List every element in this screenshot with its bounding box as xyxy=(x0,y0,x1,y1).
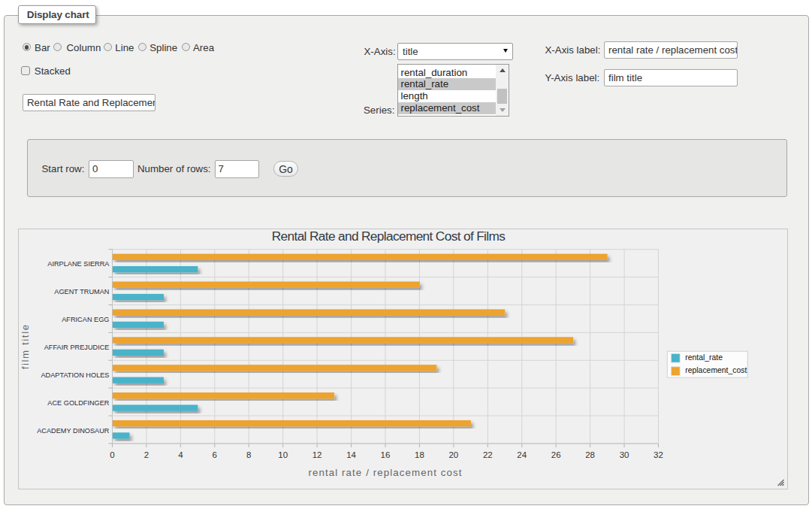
svg-text:24: 24 xyxy=(517,450,527,459)
svg-text:28: 28 xyxy=(585,450,595,459)
svg-text:8: 8 xyxy=(246,450,251,459)
svg-text:replacement_cost: replacement_cost xyxy=(685,366,747,374)
svg-text:rental_rate: rental_rate xyxy=(685,353,723,362)
svg-text:ACADEMY DINOSAUR: ACADEMY DINOSAUR xyxy=(37,427,110,435)
svg-text:6: 6 xyxy=(213,450,217,459)
svg-text:Rental Rate and Replacement Co: Rental Rate and Replacement Cost of Film… xyxy=(272,229,506,244)
svg-text:16: 16 xyxy=(381,450,391,459)
svg-text:20: 20 xyxy=(448,450,458,459)
svg-text:18: 18 xyxy=(415,450,424,459)
svg-text:0: 0 xyxy=(110,450,114,459)
svg-text:26: 26 xyxy=(551,450,561,459)
svg-text:ADAPTATION HOLES: ADAPTATION HOLES xyxy=(41,371,109,379)
svg-text:22: 22 xyxy=(483,450,493,459)
svg-text:film title: film title xyxy=(20,323,31,369)
svg-text:30: 30 xyxy=(620,450,629,459)
svg-text:AGENT TRUMAN: AGENT TRUMAN xyxy=(54,288,109,295)
svg-text:12: 12 xyxy=(312,450,322,459)
svg-text:4: 4 xyxy=(178,450,183,459)
svg-text:ACE GOLDFINGER: ACE GOLDFINGER xyxy=(47,399,110,407)
svg-text:32: 32 xyxy=(654,450,663,459)
svg-text:AIRPLANE SIERRA: AIRPLANE SIERRA xyxy=(47,260,110,268)
svg-text:rental rate / replacement cost: rental rate / replacement cost xyxy=(308,467,462,478)
svg-text:AFFAIR PREJUDICE: AFFAIR PREJUDICE xyxy=(44,344,110,351)
svg-text:AFRICAN EGG: AFRICAN EGG xyxy=(62,316,109,323)
svg-text:2: 2 xyxy=(144,450,149,459)
svg-text:14: 14 xyxy=(346,450,356,459)
svg-text:10: 10 xyxy=(278,450,288,459)
